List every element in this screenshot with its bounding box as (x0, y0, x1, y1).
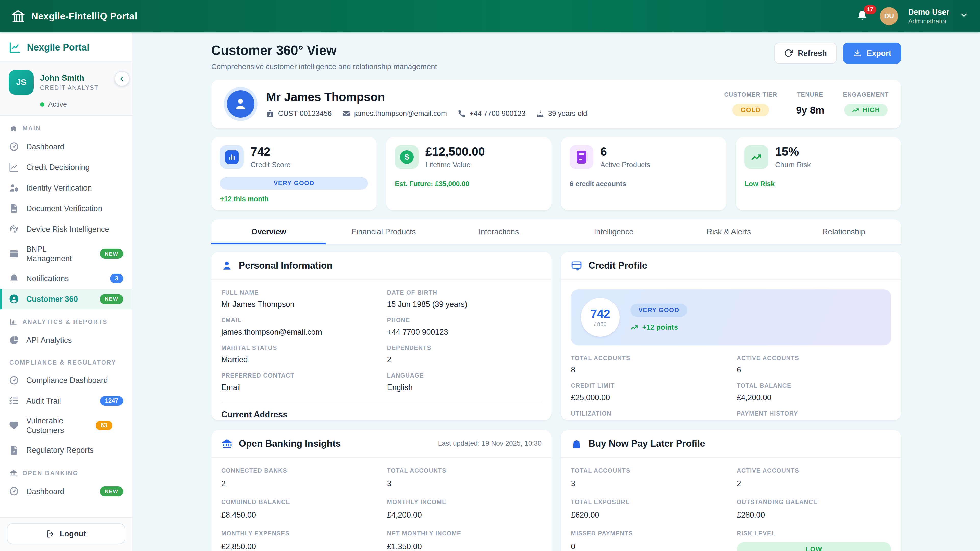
analyst-role: CREDIT ANALYST (40, 84, 99, 91)
person-icon (221, 260, 232, 271)
tab-overview[interactable]: Overview (211, 219, 326, 244)
phone-icon (458, 110, 466, 118)
sidebar-item-audit-trail[interactable]: Audit Trail 1247 (0, 391, 132, 411)
bar-chart-icon (10, 318, 18, 326)
top-header: Nexgile-FintelliQ Portal 17 DU Demo User… (0, 0, 980, 32)
kpi-lifetime-value: $ £12,500.00 Lifetime Value Est. Future:… (386, 137, 552, 210)
wallet-icon (9, 248, 19, 259)
bank-icon (10, 469, 18, 477)
tab-interactions[interactable]: Interactions (441, 219, 556, 244)
panel-title: Open Banking Insights (239, 438, 341, 449)
sidebar-item-document-verification[interactable]: Document Verification (0, 198, 132, 219)
sidebar-item-compliance-dashboard[interactable]: Compliance Dashboard (0, 370, 132, 391)
sidebar-item-identity-verification[interactable]: Identity Verification (0, 178, 132, 198)
customer-tier: CUSTOMER TIER GOLD (724, 91, 777, 116)
sidebar-item-bnpl-management[interactable]: BNPL Management NEW (0, 239, 132, 268)
chevron-down-icon[interactable] (959, 11, 969, 22)
new-badge: NEW (100, 486, 123, 496)
sidebar-item-customer-360[interactable]: Customer 360 NEW (0, 289, 132, 310)
count-badge: 63 (96, 421, 112, 430)
refresh-button[interactable]: Refresh (774, 43, 837, 64)
person-icon (233, 97, 248, 111)
sidebar-collapse-button[interactable] (115, 71, 130, 86)
download-icon (853, 49, 862, 57)
sidebar-item-device-risk[interactable]: Device Risk Intelligence (0, 219, 132, 240)
logout-button[interactable]: Logout (7, 524, 125, 544)
notification-count-badge: 17 (864, 5, 877, 14)
user-info[interactable]: Demo User Administrator (908, 7, 950, 25)
brand: Nexgile-FintelliQ Portal (11, 10, 137, 23)
panel-title: Credit Profile (589, 260, 648, 271)
sidebar-item-api-analytics[interactable]: API Analytics (0, 330, 132, 351)
section-compliance: COMPLIANCE & REGULATORY (0, 351, 132, 370)
heart-icon (9, 420, 19, 431)
sidebar-logo-text: Nexgile Portal (27, 42, 89, 53)
analyst-name: John Smith (40, 73, 99, 83)
logout-icon (46, 530, 55, 538)
credit-card-check-icon (571, 260, 582, 271)
current-address-heading: Current Address (221, 410, 542, 419)
kpi-churn-risk: 15% Churn Risk Low Risk (736, 137, 901, 210)
personal-information-panel: Personal Information FULL NAMEMr James T… (211, 252, 552, 421)
last-updated: Last updated: 19 Nov 2025, 10:30 (438, 440, 542, 448)
bar-chart-icon (228, 153, 236, 161)
user-avatar[interactable]: DU (880, 7, 898, 25)
new-badge: NEW (100, 249, 123, 259)
file-icon (9, 203, 19, 214)
user-circle-icon (9, 294, 19, 304)
section-analytics: ANALYTICS & REPORTS (0, 310, 132, 330)
main-content: Customer 360° View Comprehensive custome… (132, 32, 980, 551)
open-banking-panel: Open Banking Insights Last updated: 19 N… (211, 430, 552, 551)
page-title: Customer 360° View (211, 43, 437, 58)
customer-email: james.thompson@email.com (342, 110, 447, 118)
score-circle: 742 / 850 (581, 298, 620, 337)
count-badge: 3 (110, 274, 123, 283)
shopping-bag-icon (571, 438, 582, 449)
sidebar-logo: Nexgile Portal (0, 32, 132, 61)
analyst-profile: JS John Smith CREDIT ANALYST Active (0, 61, 132, 116)
notifications-bell[interactable]: 17 (856, 10, 870, 23)
customer-name: Mr James Thompson (266, 90, 587, 104)
sidebar-item-open-banking-dashboard[interactable]: Dashboard NEW (0, 481, 132, 502)
score-band-badge: VERY GOOD (630, 303, 687, 317)
kpi-credit-score: 742 Credit Score VERY GOOD +12 this mont… (211, 137, 377, 210)
sidebar-item-vulnerable-customers[interactable]: Vulnerable Customers 63 (0, 411, 132, 440)
sidebar-item-regulatory-reports[interactable]: Regulatory Reports (0, 440, 132, 460)
checklist-icon (9, 395, 19, 406)
active-products-icon (570, 145, 593, 169)
section-open-banking: OPEN BANKING (0, 460, 132, 481)
report-icon (9, 445, 19, 456)
customer-avatar (224, 87, 258, 121)
customer-banner: Mr James Thompson CUST-00123456 james.th… (211, 79, 901, 128)
chart-line-icon (9, 162, 19, 173)
tab-bar: Overview Financial Products Interactions… (211, 219, 901, 245)
sidebar-item-dashboard[interactable]: Dashboard (0, 137, 132, 157)
chart-line-icon (9, 41, 21, 54)
tab-intelligence[interactable]: Intelligence (556, 219, 671, 244)
risk-level-badge: LOW (737, 542, 891, 551)
sidebar: Nexgile Portal JS John Smith CREDIT ANAL… (0, 32, 132, 551)
sidebar-item-notifications[interactable]: Notifications 3 (0, 268, 132, 289)
tab-relationship[interactable]: Relationship (786, 219, 901, 244)
bank-icon (11, 10, 25, 23)
mail-icon (342, 110, 350, 118)
kpi-row: 742 Credit Score VERY GOOD +12 this mont… (211, 137, 901, 210)
section-main: MAIN (0, 116, 132, 137)
export-button[interactable]: Export (843, 43, 901, 64)
lifetime-value-icon: $ (395, 145, 418, 169)
credit-score-icon (220, 145, 244, 169)
gauge-icon (9, 486, 19, 497)
tab-risk-alerts[interactable]: Risk & Alerts (671, 219, 786, 244)
bank-icon (221, 438, 232, 449)
customer-tenure: TENURE 9y 8m (796, 91, 824, 116)
credit-score-box: 742 / 850 VERY GOOD +12 points (571, 289, 891, 345)
count-badge: 1247 (100, 396, 123, 406)
sidebar-item-credit-decisioning[interactable]: Credit Decisioning (0, 157, 132, 178)
tab-financial-products[interactable]: Financial Products (326, 219, 441, 244)
pie-chart-icon (9, 335, 19, 346)
bnpl-panel: Buy Now Pay Later Profile TOTAL ACCOUNTS… (561, 430, 901, 551)
id-card-icon (266, 110, 274, 118)
refresh-icon (784, 49, 793, 57)
user-shield-icon (9, 183, 19, 193)
gauge-icon (9, 141, 19, 152)
